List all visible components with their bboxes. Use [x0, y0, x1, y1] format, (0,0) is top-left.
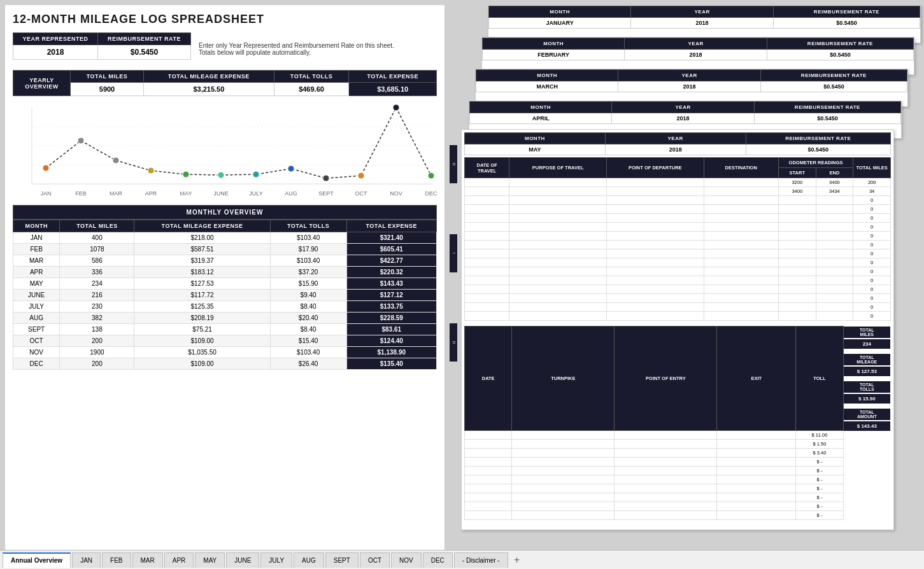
info-description: Enter only Year Represented and Reimburs…: [199, 32, 437, 65]
monthly-row-3-col-2: $183.12: [134, 267, 270, 278]
may-row-11-col-1: [509, 276, 607, 285]
toll-row-9-col-0: [465, 511, 512, 520]
may-row-15-col-6: 0: [853, 312, 891, 321]
tab-may[interactable]: MAY: [195, 552, 225, 568]
tab-mar[interactable]: MAR: [132, 552, 163, 568]
tab-june[interactable]: JUNE: [226, 552, 259, 568]
monthly-row-7-col-3: $20.40: [270, 313, 346, 324]
may-row-9-col-4: [778, 258, 816, 267]
may-detail-row: 0: [465, 196, 891, 205]
may-row-8-col-5: [816, 249, 853, 258]
monthly-row-5-col-2: $117.72: [134, 290, 270, 301]
svg-text:FEB: FEB: [75, 190, 87, 197]
monthly-table-row: FEB1078$587.51$17.90$605.41: [13, 244, 437, 255]
monthly-row-3-col-3: $37.20: [270, 267, 346, 278]
yearly-overview-table: YEARLYOVERVIEW TOTAL MILES TOTAL MILEAGE…: [13, 70, 437, 96]
svg-point-18: [78, 137, 84, 144]
rate-value[interactable]: $0.5450: [97, 45, 190, 60]
monthly-row-4-col-2: $127.53: [134, 278, 270, 290]
may-row-1-col-6: 34: [853, 187, 891, 196]
may-row-13-col-2: [606, 294, 704, 303]
may-row-3-col-5: [816, 205, 853, 214]
year-label: YEAR REPRESENTED: [13, 33, 98, 45]
monthly-row-11-col-1: 200: [60, 358, 134, 370]
tab-oct[interactable]: OCT: [360, 552, 390, 568]
right-panel: MONTH YEAR REIMBURSEMENT RATE JANUARY 20…: [450, 5, 919, 545]
may-detail-row: 0: [465, 223, 891, 232]
monthly-row-4-col-3: $15.90: [270, 278, 346, 290]
tab-annual-overview[interactable]: Annual Overview: [3, 552, 71, 568]
toll-row: $ -: [465, 484, 891, 493]
monthly-table-row: JAN400$218.00$103.40$321.40: [13, 232, 437, 244]
may-row-14-col-2: [606, 303, 704, 312]
monthly-row-1-col-1: 1078: [60, 244, 134, 255]
side-label-2: I: [450, 234, 457, 272]
may-row-8-col-2: [606, 249, 704, 258]
may-row-1-col-3: [704, 187, 778, 196]
toll-row-9-col-3: [717, 511, 796, 520]
may-row-6-col-6: 0: [853, 232, 891, 241]
spreadsheet-container: 12-MONTH MILEAGE LOG SPREADSHEET YEAR RE…: [0, 0, 924, 569]
may-detail-row: 0: [465, 294, 891, 303]
may-row-11-col-2: [606, 276, 704, 285]
jan-header-table: MONTH YEAR REIMBURSEMENT RATE JANUARY 20…: [488, 6, 920, 29]
monthly-table-row: AUG382$208.19$20.40$228.59: [13, 313, 437, 324]
toll-row-6-col-2: [615, 484, 717, 493]
may-row-3-col-3: [704, 205, 778, 214]
may-row-8-col-6: 0: [853, 249, 891, 258]
monthly-row-1-col-0: FEB: [13, 244, 60, 255]
may-detail-row: 0: [465, 285, 891, 294]
tab-aug[interactable]: AUG: [294, 552, 324, 568]
tab-dec[interactable]: DEC: [423, 552, 453, 568]
may-row-4-col-1: [509, 214, 607, 223]
add-tab-button[interactable]: +: [509, 552, 525, 568]
monthly-row-9-col-3: $15.40: [270, 335, 346, 347]
may-detail-row: 0: [465, 241, 891, 249]
svg-text:MAR: MAR: [110, 190, 123, 197]
tab-july[interactable]: JULY: [260, 552, 292, 568]
monthly-row-6-col-1: 230: [60, 301, 134, 313]
monthly-row-3-col-0: APR: [13, 267, 60, 278]
toll-row-2-col-4: $ 3.40: [796, 449, 843, 458]
may-row-0-col-5: 3400: [816, 178, 853, 187]
tab-jan[interactable]: JAN: [72, 552, 101, 568]
may-row-15-col-0: [465, 312, 509, 321]
monthly-row-4-col-4: $143.43: [346, 278, 436, 290]
svg-point-19: [113, 157, 119, 164]
toll-row-6-col-0: [465, 484, 512, 493]
toll-row-7-col-2: [615, 493, 717, 502]
svg-point-24: [288, 165, 294, 172]
may-row-6-col-4: [778, 232, 816, 241]
tab-feb[interactable]: FEB: [102, 552, 131, 568]
total-miles-value: 5900: [71, 83, 144, 96]
toll-row-1-col-2: [615, 440, 717, 449]
tab-nov[interactable]: NOV: [391, 552, 422, 568]
may-row-13-col-5: [816, 294, 853, 303]
toll-row-6-col-1: [512, 484, 615, 493]
may-detail-row: 0: [465, 258, 891, 267]
monthly-row-10-col-4: $1,138.90: [346, 347, 436, 358]
may-row-12-col-5: [816, 285, 853, 294]
toll-row-9-col-2: [615, 511, 717, 520]
may-row-4-col-0: [465, 214, 509, 223]
toll-row-1-col-4: $ 1.50: [796, 440, 843, 449]
yearly-overview-label: YEARLYOVERVIEW: [13, 71, 71, 96]
may-row-12-col-3: [704, 285, 778, 294]
may-row-10-col-2: [606, 267, 704, 276]
tab-sept[interactable]: SEPT: [325, 552, 359, 568]
svg-point-26: [358, 172, 364, 179]
may-row-6-col-3: [704, 232, 778, 241]
may-detail-row: 0: [465, 303, 891, 312]
may-detail-row: 32003400200: [465, 178, 891, 187]
monthly-row-4-col-0: MAY: [13, 278, 60, 290]
tab-apr[interactable]: APR: [164, 552, 194, 568]
year-value[interactable]: 2018: [13, 45, 98, 60]
may-row-7-col-6: 0: [853, 241, 891, 249]
monthly-row-9-col-1: 200: [60, 335, 134, 347]
monthly-table-row: DEC200$109.00$26.40$135.40: [13, 358, 437, 370]
may-row-4-col-6: 0: [853, 214, 891, 223]
svg-text:AUG: AUG: [285, 190, 297, 197]
toll-row-8-col-3: [717, 502, 796, 511]
may-row-14-col-4: [778, 303, 816, 312]
tab-disclaimer[interactable]: - Disclaimer -: [454, 552, 508, 568]
